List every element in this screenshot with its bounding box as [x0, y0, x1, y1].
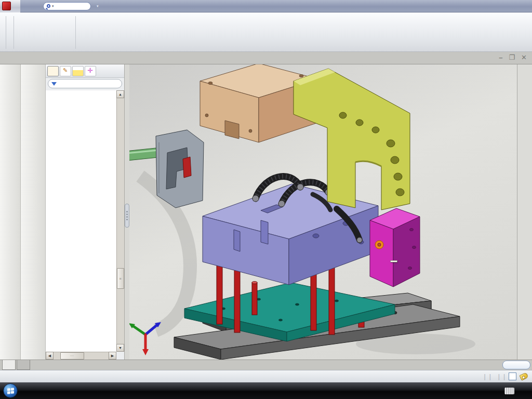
status-right: | | | | — [484, 373, 528, 380]
tree-horizontal-scrollbar[interactable]: ◀ ⋯ ▶ — [46, 352, 116, 360]
scroll-right-button[interactable]: ▶ — [109, 352, 116, 360]
status-separator: | — [503, 373, 505, 380]
dimxpertmanager-tab-icon[interactable] — [85, 66, 96, 76]
feature-tooltip — [390, 260, 397, 262]
tree-filter-row — [46, 78, 124, 89]
feature-manager-panel: ▲ ≡ ▼ ◀ ⋯ ▶ — [46, 64, 125, 360]
model-tab[interactable] — [2, 360, 16, 370]
scroll-up-button[interactable]: ▲ — [116, 90, 124, 98]
status-bar: | | | | — [0, 370, 532, 382]
task-pane-strip — [517, 64, 532, 360]
featuremanager-tab-icon[interactable] — [47, 66, 59, 76]
scroll-thumb[interactable]: ≡ — [117, 268, 124, 289]
model-3d-view — [129, 64, 517, 360]
features-toolbar-rail — [0, 64, 21, 360]
scroll-down-button[interactable]: ▼ — [116, 344, 124, 352]
configurationmanager-tab-icon[interactable] — [72, 66, 84, 76]
propertymanager-tab-icon[interactable] — [60, 66, 71, 76]
origin-triad — [129, 322, 161, 355]
status-separator: | — [489, 373, 491, 380]
app-logo — [0, 0, 20, 12]
network-speed-widget — [502, 361, 530, 369]
system-tray — [504, 388, 532, 394]
insert-block-part[interactable] — [370, 208, 420, 287]
start-button[interactable] — [3, 383, 18, 398]
solidworks-cube-icon — [2, 2, 11, 10]
search-box[interactable]: ▾ — [43, 2, 91, 10]
doc-restore-button[interactable]: ❐ — [509, 54, 515, 61]
command-manager-toolbar — [0, 12, 532, 52]
search-magnifier-icon — [47, 4, 50, 8]
quick-tips-button[interactable] — [509, 373, 516, 380]
document-tab-band — [0, 360, 532, 370]
document-window-controls: – ❐ ✕ — [499, 54, 527, 61]
status-separator: | — [484, 373, 486, 380]
title-bar: ▾ ▾ — [0, 0, 532, 12]
command-manager-tabs: – ❐ ✕ — [0, 52, 532, 64]
motion-study-tab[interactable] — [17, 360, 30, 370]
main-area: ▲ ≡ ▼ ◀ ⋯ ▶ — [0, 64, 532, 360]
os-taskbar — [0, 382, 532, 399]
input-method-keyboard-icon[interactable] — [504, 388, 514, 394]
sketch-entity-grid — [9, 14, 11, 51]
feature-tree — [46, 90, 116, 352]
scroll-thumb[interactable]: ⋯ — [60, 352, 84, 360]
pattern-flyout-column — [17, 14, 73, 51]
windows-flag-icon — [7, 388, 14, 394]
doc-close-button[interactable]: ✕ — [521, 54, 527, 61]
mold-toolbar-rail — [21, 64, 46, 360]
feature-manager-tab-bar — [46, 64, 124, 78]
graphics-area[interactable] — [129, 64, 517, 360]
status-separator: | — [498, 373, 500, 380]
filter-funnel-icon — [51, 82, 57, 86]
doc-minimize-button[interactable]: – — [499, 54, 502, 61]
tree-vertical-scrollbar[interactable]: ▲ ≡ ▼ — [116, 90, 124, 352]
tag-icon[interactable] — [519, 372, 528, 380]
cam-block-part[interactable] — [156, 130, 204, 208]
help-caret-icon[interactable]: ▾ — [97, 4, 99, 8]
scroll-left-button[interactable]: ◀ — [46, 352, 54, 360]
search-caret-icon[interactable]: ▾ — [52, 4, 54, 8]
panel-splitter-grip[interactable] — [125, 204, 129, 228]
tree-filter-input[interactable] — [48, 79, 122, 88]
